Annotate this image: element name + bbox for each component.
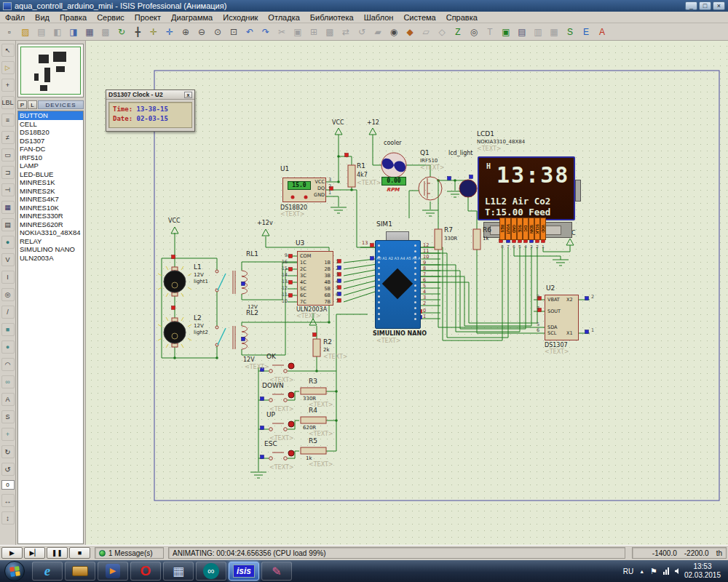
taskbar-calculator[interactable]: ▦: [163, 562, 194, 581]
pause-button[interactable]: ❚❚: [47, 547, 68, 559]
device-list-item[interactable]: MINRES2K: [18, 187, 83, 196]
text-script-icon[interactable]: ≡: [1, 113, 15, 127]
generator-mode-icon[interactable]: ●: [1, 236, 15, 249]
wire-autorouter-icon[interactable]: Z: [451, 25, 465, 39]
zoom-area-icon[interactable]: ⊡: [226, 25, 241, 39]
origin-icon[interactable]: ✛: [146, 25, 161, 39]
packaging-tool-icon[interactable]: ▱: [419, 25, 433, 39]
device-list-item[interactable]: FAN-DC: [18, 145, 83, 154]
device-list-item[interactable]: IRF510: [18, 154, 83, 162]
redraw-icon[interactable]: ↻: [114, 25, 129, 39]
rotate-cw-icon[interactable]: ↻: [1, 445, 15, 458]
taskbar-paint[interactable]: ✎: [261, 562, 292, 581]
button-ok-label[interactable]: OK: [266, 354, 276, 360]
network-signal-icon[interactable]: [663, 567, 669, 575]
volume-icon[interactable]: [675, 568, 678, 574]
device-list-item[interactable]: CELL: [18, 120, 83, 129]
menu-item-help[interactable]: Справка: [441, 12, 483, 23]
schematic-overview[interactable]: [17, 44, 84, 97]
lcd-pin[interactable]: GND: [511, 218, 517, 240]
lcd-pin[interactable]: SCE: [517, 218, 523, 240]
zoom-all-icon[interactable]: ⊙: [210, 25, 225, 39]
graphic-box-icon[interactable]: ■: [1, 323, 15, 336]
block-delete-icon[interactable]: ▰: [371, 25, 385, 39]
menu-item-edit[interactable]: Правка: [55, 12, 92, 23]
pan-icon[interactable]: ✛: [162, 25, 177, 39]
device-list-item[interactable]: MINRES620R: [18, 220, 83, 229]
device-list-item[interactable]: SIMULINO NANO: [18, 245, 83, 254]
component-mode-icon[interactable]: ▷: [1, 61, 15, 74]
copy-icon[interactable]: ▣: [290, 25, 305, 39]
lcd-pin[interactable]: RES: [499, 218, 505, 240]
device-list-item[interactable]: DS1307: [18, 137, 83, 146]
button-down-label[interactable]: DOWN: [262, 383, 284, 389]
electrical-check-icon[interactable]: E: [579, 25, 593, 39]
current-probe-icon[interactable]: I: [1, 271, 15, 284]
play-button[interactable]: ▶: [1, 547, 23, 559]
menu-item-tools[interactable]: Сервис: [92, 12, 130, 23]
device-list-item[interactable]: MINRES1K: [18, 178, 83, 187]
design-explorer-icon[interactable]: ▣: [499, 25, 513, 39]
lcd-pin[interactable]: VDD: [540, 218, 546, 240]
graphic-text-icon[interactable]: A: [1, 393, 15, 406]
close-button[interactable]: ×: [713, 1, 725, 10]
menu-item-view[interactable]: Вид: [30, 12, 55, 23]
menu-item-template[interactable]: Шаблон: [359, 12, 399, 23]
new-file-icon[interactable]: ▫: [2, 25, 17, 39]
tray-expand-icon[interactable]: ▲: [639, 569, 644, 574]
block-move-icon[interactable]: ⇄: [339, 25, 353, 39]
device-list-item[interactable]: BUTTON: [18, 111, 83, 120]
netlist-source-icon[interactable]: S: [563, 25, 577, 39]
search-tag-icon[interactable]: ◎: [467, 25, 481, 39]
export-section-icon[interactable]: ◨: [66, 25, 81, 39]
virtual-instrument-icon[interactable]: ◎: [1, 288, 15, 301]
language-indicator[interactable]: RU: [623, 567, 633, 575]
popup-close-icon[interactable]: x: [184, 92, 192, 98]
menu-item-graph[interactable]: Диаграмма: [166, 12, 218, 23]
lcd-pin[interactable]: SCLK: [534, 218, 540, 240]
zoom-in-icon[interactable]: ⊕: [178, 25, 193, 39]
pick-device-icon[interactable]: ◉: [387, 25, 401, 39]
taskbar-clock[interactable]: 13:53 02.03.2015: [684, 562, 721, 580]
cooler-fan-symbol[interactable]: [381, 153, 406, 178]
voltage-probe-icon[interactable]: V: [1, 253, 15, 266]
taskbar-media-player[interactable]: ▶: [98, 562, 128, 581]
graphic-marker-icon[interactable]: +: [1, 428, 15, 441]
goto-sheet-icon[interactable]: ▦: [547, 25, 561, 39]
property-tool-icon[interactable]: T: [483, 25, 497, 39]
graphic-arc-icon[interactable]: ◠: [1, 358, 15, 371]
make-device-icon[interactable]: ◆: [403, 25, 417, 39]
taskbar-isis-active[interactable]: isis: [229, 562, 259, 581]
menu-item-library[interactable]: Библиотека: [305, 12, 359, 23]
start-button[interactable]: [4, 561, 25, 581]
menu-item-design[interactable]: Проект: [130, 12, 166, 23]
graphic-circle-icon[interactable]: ●: [1, 340, 15, 354]
paste-icon[interactable]: ⊞: [306, 25, 321, 39]
redo-icon[interactable]: ↷: [258, 25, 273, 39]
message-panel[interactable]: 1 Message(s): [95, 547, 164, 559]
mark-output-area-icon[interactable]: ▩: [98, 25, 113, 39]
open-file-icon[interactable]: ▨: [18, 25, 33, 39]
undo-icon[interactable]: ↶: [242, 25, 257, 39]
terminal-mode-icon[interactable]: ⊐: [1, 166, 15, 179]
device-pin-icon[interactable]: ⊣: [1, 183, 15, 196]
device-list-item[interactable]: LAMP: [18, 162, 83, 170]
device-list-item[interactable]: MINRES4K7: [18, 195, 83, 204]
taskbar-arduino[interactable]: ∞: [196, 562, 226, 581]
button-esc-label[interactable]: ESC: [264, 441, 277, 447]
zoom-out-icon[interactable]: ⊖: [194, 25, 209, 39]
mirror-vertical-icon[interactable]: ↕: [1, 511, 15, 525]
device-list-item[interactable]: MINRES330R: [18, 212, 83, 220]
menu-item-system[interactable]: Система: [398, 12, 440, 23]
block-rotate-icon[interactable]: ↺: [355, 25, 369, 39]
new-sheet-icon[interactable]: ▤: [515, 25, 529, 39]
taskbar-opera[interactable]: O: [130, 562, 161, 581]
stop-button[interactable]: ■: [69, 547, 90, 559]
menu-item-debug[interactable]: Отладка: [263, 12, 304, 23]
rotation-angle-input[interactable]: [1, 480, 15, 490]
graph-mode-icon[interactable]: ▦: [1, 201, 15, 214]
import-section-icon[interactable]: ◧: [50, 25, 65, 39]
button-up-label[interactable]: UP: [266, 412, 275, 418]
pick-devices-button[interactable]: P: [17, 100, 27, 109]
bus-icon[interactable]: ≠: [1, 131, 15, 144]
